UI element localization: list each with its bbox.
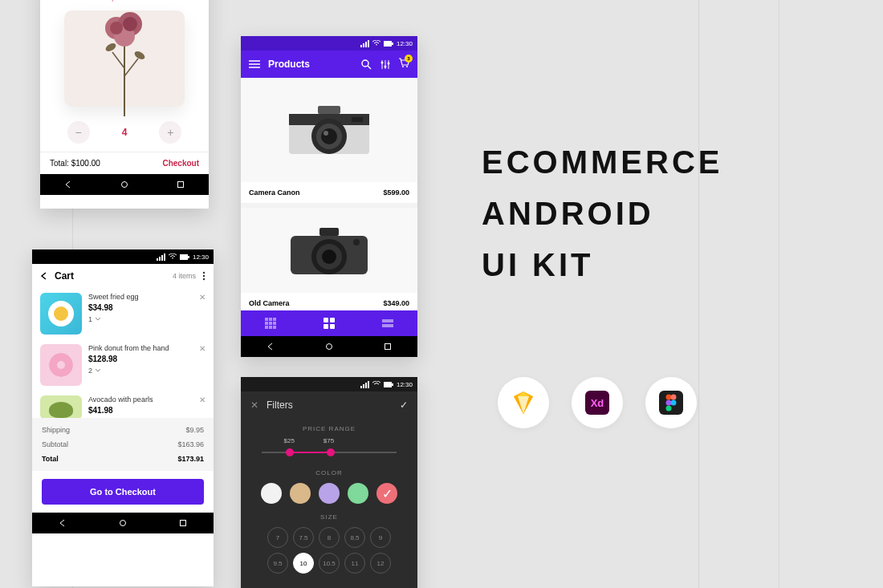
product-name: Camera Canon bbox=[249, 189, 300, 197]
color-swatches: ✓ bbox=[241, 480, 417, 507]
item-price: $34.98 bbox=[88, 303, 205, 312]
product-card[interactable]: Old Camera$349.00 bbox=[241, 208, 417, 310]
color-swatch[interactable] bbox=[290, 483, 311, 504]
checkout-button[interactable]: Go to Checkout bbox=[42, 479, 204, 505]
signal-icon bbox=[360, 381, 369, 388]
svg-point-30 bbox=[385, 65, 387, 67]
svg-point-4 bbox=[133, 50, 146, 61]
list-icon[interactable] bbox=[382, 318, 393, 329]
cart-item[interactable]: Avocado with pearls $41.98 ✕ bbox=[32, 391, 214, 418]
svg-point-29 bbox=[381, 61, 384, 63]
product-name: Old Camera bbox=[249, 299, 290, 307]
nav-back-icon[interactable] bbox=[59, 519, 67, 527]
svg-point-10 bbox=[122, 182, 128, 188]
app-icons: Xd bbox=[498, 377, 697, 428]
filter-icon[interactable] bbox=[380, 59, 390, 70]
nav-back-icon[interactable] bbox=[267, 343, 275, 351]
qty-minus-button[interactable]: − bbox=[67, 121, 90, 144]
svg-point-39 bbox=[321, 128, 337, 144]
chevron-down-icon bbox=[95, 317, 101, 321]
nav-recent-icon[interactable] bbox=[177, 180, 185, 189]
search-icon[interactable] bbox=[361, 59, 372, 70]
wifi-icon bbox=[372, 40, 380, 47]
price-section-label: PRICE RANGE bbox=[241, 419, 417, 436]
svg-rect-62 bbox=[382, 324, 393, 327]
svg-rect-59 bbox=[323, 324, 328, 329]
remove-item-icon[interactable]: ✕ bbox=[199, 293, 205, 302]
svg-point-9 bbox=[123, 17, 137, 31]
sketch-app-icon bbox=[498, 377, 549, 428]
svg-point-71 bbox=[666, 395, 672, 400]
svg-point-74 bbox=[671, 400, 677, 406]
size-option[interactable]: 10.5 bbox=[319, 553, 340, 574]
svg-point-15 bbox=[203, 275, 205, 277]
cart-count: 4 items bbox=[173, 272, 196, 280]
remove-item-icon[interactable]: ✕ bbox=[199, 395, 205, 404]
size-option[interactable]: 7.5 bbox=[293, 527, 314, 548]
remove-item-icon[interactable]: ✕ bbox=[199, 344, 205, 353]
qty-plus-button[interactable]: + bbox=[159, 121, 181, 144]
nav-home-icon[interactable] bbox=[119, 519, 127, 527]
signal-icon bbox=[360, 40, 369, 47]
phone-product-detail: Discover special occasions $25.00 − 4 + … bbox=[40, 0, 209, 209]
size-option[interactable]: 8 bbox=[319, 527, 340, 548]
size-option[interactable]: 12 bbox=[370, 553, 391, 574]
nav-recent-icon[interactable] bbox=[384, 343, 392, 351]
chevron-down-icon bbox=[95, 368, 101, 372]
nav-back-icon[interactable] bbox=[64, 180, 72, 189]
size-option[interactable]: 9.5 bbox=[267, 553, 288, 574]
battery-icon bbox=[384, 41, 393, 47]
apply-icon[interactable]: ✓ bbox=[400, 399, 408, 411]
shipping-label: Shipping bbox=[42, 426, 70, 434]
item-thumb bbox=[40, 293, 82, 335]
svg-point-33 bbox=[406, 66, 408, 67]
color-swatch[interactable] bbox=[348, 483, 368, 504]
size-option[interactable]: 11 bbox=[344, 553, 365, 574]
svg-point-16 bbox=[203, 278, 205, 280]
subtotal-label: Subtotal bbox=[42, 440, 68, 448]
checkout-link[interactable]: Checkout bbox=[162, 159, 199, 168]
total-label: Total bbox=[42, 455, 59, 463]
size-option[interactable]: 8.5 bbox=[344, 527, 365, 548]
svg-rect-19 bbox=[384, 41, 392, 47]
more-icon[interactable] bbox=[202, 271, 205, 281]
item-name: Avocado with pearls bbox=[88, 395, 205, 404]
svg-point-3 bbox=[104, 42, 117, 53]
svg-rect-11 bbox=[178, 182, 184, 188]
size-section-label: SIZE bbox=[241, 507, 417, 524]
color-swatch-selected[interactable]: ✓ bbox=[376, 483, 397, 504]
svg-rect-49 bbox=[269, 318, 272, 321]
nav-home-icon[interactable] bbox=[120, 180, 128, 189]
grid2-icon[interactable] bbox=[323, 318, 335, 329]
svg-rect-12 bbox=[180, 254, 188, 260]
cart-icon[interactable]: 3 bbox=[398, 58, 409, 71]
svg-rect-41 bbox=[352, 117, 363, 122]
svg-rect-64 bbox=[385, 344, 391, 350]
back-icon[interactable] bbox=[40, 272, 48, 280]
cart-item[interactable]: Pink donut from the hand $128.98 2 ✕ bbox=[32, 339, 214, 391]
size-option[interactable]: 10 bbox=[293, 553, 314, 574]
grid3-icon[interactable] bbox=[265, 318, 276, 329]
color-swatch[interactable] bbox=[261, 483, 282, 504]
item-qty[interactable]: 2 bbox=[88, 367, 205, 375]
svg-rect-60 bbox=[330, 324, 335, 329]
product-card[interactable]: Camera Canon$599.00 bbox=[241, 78, 417, 203]
cart-item[interactable]: Sweet fried egg $34.98 1 ✕ bbox=[32, 288, 214, 339]
color-swatch[interactable] bbox=[319, 483, 340, 504]
price-slider[interactable]: $25$75 bbox=[262, 440, 397, 460]
nav-recent-icon[interactable] bbox=[179, 519, 187, 527]
svg-point-24 bbox=[362, 60, 368, 67]
item-name: Pink donut from the hand bbox=[88, 344, 205, 353]
size-option[interactable]: 9 bbox=[370, 527, 391, 548]
cart-badge: 3 bbox=[405, 55, 413, 63]
svg-rect-66 bbox=[392, 383, 393, 386]
rose-image bbox=[88, 0, 161, 116]
nav-home-icon[interactable] bbox=[325, 343, 333, 351]
size-option[interactable]: 7 bbox=[267, 527, 288, 548]
menu-icon[interactable] bbox=[249, 59, 260, 69]
svg-point-31 bbox=[388, 62, 390, 64]
svg-rect-65 bbox=[384, 382, 392, 387]
item-qty[interactable]: 1 bbox=[88, 315, 205, 323]
svg-point-73 bbox=[666, 400, 672, 406]
close-icon[interactable]: ✕ bbox=[250, 399, 258, 411]
